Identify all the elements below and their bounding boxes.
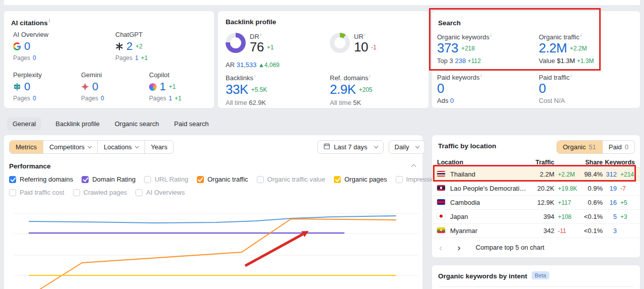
metric-checkbox-row: Referring domains Domain Rating URL Rati… [9, 176, 491, 183]
copilot-icon [149, 83, 157, 91]
metric-value[interactable]: 0 [24, 80, 30, 93]
top3-row: Top 3 238 +112 [437, 57, 481, 65]
ref-domains-alltime: All time 5K [330, 99, 361, 106]
chatgpt-icon [115, 42, 123, 50]
metric-value[interactable]: 0 [24, 40, 30, 53]
pages-value[interactable]: 0 [101, 95, 104, 102]
organic-traffic-change: +2.2M [570, 45, 587, 52]
ads-row: Ads 0 [437, 97, 454, 104]
backlink-profile-title: Backlink profile [226, 18, 276, 26]
info-icon[interactable]: i [570, 73, 571, 78]
perplexity-icon [13, 83, 21, 91]
keywords-by-intent-title: Organic keywords by intent [438, 272, 527, 280]
info-icon[interactable]: i [490, 33, 491, 38]
ai-overview-metric: AI Overview 0 Pages0 [13, 31, 81, 62]
ref-domains-label: Ref. domainsi [330, 74, 371, 82]
organic-paid-toggle: Organic51 Paid0 [556, 140, 635, 154]
pages-value[interactable]: 0 [33, 95, 36, 102]
organic-traffic-label: Organic traffici [539, 33, 582, 41]
checkbox-paid-traffic-cost[interactable]: Paid traffic cost [9, 189, 64, 196]
metric-checkbox-row: Paid traffic cost Crawled pages AI Overv… [9, 189, 185, 196]
metric-value[interactable]: 2 [126, 40, 132, 53]
backlinks-change: +5.5K [251, 86, 267, 93]
checkbox-organic-traffic-value[interactable]: Organic traffic value [257, 176, 325, 183]
checkbox-domain-rating[interactable]: Domain Rating [82, 176, 135, 183]
checkbox-organic-traffic[interactable]: Organic traffic [197, 176, 248, 183]
table-row-laos[interactable]: Lao People's Democratic Reput 20.2K +19.… [432, 182, 640, 196]
top3-change: +112 [468, 57, 481, 65]
info-icon[interactable]: i [260, 32, 261, 37]
thailand-flag [437, 171, 445, 177]
paid-keywords-label: Paid keywordsi [437, 73, 482, 81]
info-icon[interactable]: i [370, 74, 371, 79]
backlinks-label: Backlinksi [226, 74, 255, 82]
ur-donut [330, 33, 350, 53]
paid-keywords-value[interactable]: 0 [437, 81, 444, 96]
backlinks-value[interactable]: 33K [226, 82, 248, 97]
metrics-filter-button[interactable]: Metrics [10, 141, 43, 153]
pages-value[interactable]: 1 [169, 95, 172, 102]
backlink-profile-card: Backlink profile DRi 76+1 AR 31,533 ▲4,0… [218, 11, 428, 108]
metric-change: +2 [135, 43, 142, 50]
tab-general[interactable]: General [7, 118, 41, 130]
compare-top5-link[interactable]: Compare top 5 on chart [476, 244, 545, 251]
paid-traffic-value[interactable]: 0 [539, 81, 546, 96]
performance-title: Performance [9, 162, 51, 170]
pages-value[interactable]: 1 [135, 54, 138, 62]
table-row-thailand[interactable]: Thailand 2.2M +2.2M 98.4% 312 +214 [432, 167, 640, 182]
info-icon[interactable]: i [581, 33, 582, 38]
gemini-icon [81, 83, 89, 91]
checkbox-ai-overviews[interactable]: AI Overviews [135, 189, 185, 196]
checkbox-url-rating[interactable]: URL Rating [144, 176, 188, 183]
checkbox-referring-domains[interactable]: Referring domains [9, 176, 73, 183]
prev-page-icon[interactable]: ‹ [439, 243, 442, 252]
collapse-chevron-icon[interactable] [411, 164, 416, 169]
tab-backlink-profile[interactable]: Backlink profile [54, 118, 100, 130]
info-icon[interactable]: i [49, 18, 50, 23]
competitors-filter-button[interactable]: Competitors [43, 141, 98, 153]
tab-paid-search[interactable]: Paid search [173, 118, 210, 130]
next-page-icon[interactable]: › [457, 243, 460, 252]
granularity-button[interactable]: Daily [389, 140, 425, 154]
organic-keywords-value[interactable]: 373 [437, 40, 458, 56]
ref-domains-change: +205 [359, 86, 373, 93]
date-range-button[interactable]: Last 7 days [317, 140, 384, 154]
metric-value[interactable]: 1 [160, 80, 166, 93]
ar-value[interactable]: 31,533 [237, 61, 257, 69]
paid-toggle-button[interactable]: Paid0 [603, 141, 634, 153]
organic-toggle-button[interactable]: Organic51 [557, 141, 603, 153]
traffic-value-change: +1.3M [577, 57, 594, 65]
dr-value: 76 [250, 39, 264, 55]
ur-change: -1 [371, 44, 377, 51]
metric-change: +1 [169, 83, 176, 90]
years-filter-button[interactable]: Years [145, 141, 174, 153]
info-icon[interactable]: i [254, 74, 255, 79]
traffic-value-row: Value $1.3M +1.3M [539, 57, 594, 65]
section-tabs: General Backlink profile Organic search … [7, 117, 210, 131]
organic-traffic-value[interactable]: 2.2M [539, 40, 567, 56]
pages-label: Pages [13, 54, 30, 62]
checkbox-crawled-pages[interactable]: Crawled pages [73, 189, 127, 196]
chevron-down-icon [88, 144, 92, 148]
top-strip [4, 0, 640, 5]
table-row-japan[interactable]: Japan 394 +108 <0.1% 5 +3 [432, 210, 640, 224]
ads-value[interactable]: 0 [450, 97, 454, 104]
checkbox-organic-pages[interactable]: Organic pages [334, 176, 387, 183]
info-icon[interactable]: i [481, 73, 482, 78]
japan-flag [437, 213, 445, 219]
search-card: Search Organic keywordsi 373+218 Top 3 2… [432, 11, 640, 108]
info-icon[interactable]: i [365, 32, 366, 37]
pages-value[interactable]: 0 [33, 54, 36, 62]
tab-organic-search[interactable]: Organic search [114, 118, 160, 130]
top3-value[interactable]: 238 [455, 57, 466, 65]
laos-flag [437, 185, 445, 191]
table-row-myanmar[interactable]: Myanmar 342 -11 <0.1% 3 [432, 224, 640, 238]
table-row-cambodia[interactable]: Cambodia 12.9K +117 0.6% 16 +5 [432, 196, 640, 210]
metric-value[interactable]: 0 [92, 80, 98, 93]
calendar-icon [323, 143, 330, 151]
ur-value: 10 [354, 39, 368, 55]
perplexity-metric: Perplexity 0 Pages0 [13, 71, 81, 102]
traffic-by-location-panel: Traffic by location Organic51 Paid0 Loca… [432, 135, 640, 257]
ref-domains-value[interactable]: 2.9K [330, 82, 356, 97]
locations-filter-button[interactable]: Locations [98, 141, 145, 153]
